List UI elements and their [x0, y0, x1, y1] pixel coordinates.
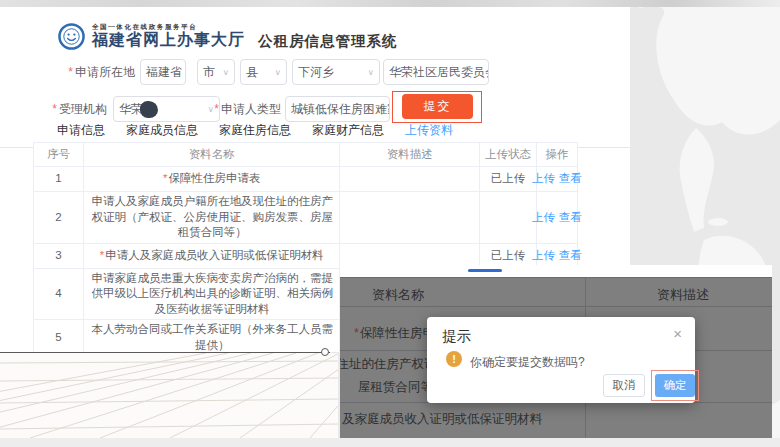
redaction-blob	[140, 101, 158, 118]
cell-actions: 上传查看	[537, 192, 578, 244]
cell-name: 本人劳动合同或工作关系证明（外来务工人员需提供）	[84, 320, 340, 352]
col-header-name: 资料名称	[84, 143, 341, 167]
required-asterisk: *	[52, 102, 57, 116]
location-select-2[interactable]: 市∨	[197, 59, 235, 85]
cell-desc	[340, 192, 480, 244]
chevron-down-icon: ∨	[364, 68, 374, 77]
chevron-down-icon: ∨	[219, 68, 229, 77]
app-header: 全国一体化在线政务服务平台 福建省网上办事大厅 公租房信息管理系统	[58, 15, 398, 57]
col-header-status: 上传状态	[480, 143, 537, 167]
system-title: 公租房信息管理系统	[258, 32, 398, 51]
cell-desc	[340, 167, 480, 192]
cell-no: 4	[34, 269, 84, 321]
required-asterisk: *	[100, 248, 104, 264]
cell-no: 1	[34, 167, 84, 192]
applicant-type-value: 城镇低保住房困难家庭	[291, 101, 390, 118]
browser-top-strip	[0, 0, 780, 7]
upload-table-header: 序号 资料名称 资料描述 上传状态 操作	[34, 143, 578, 167]
brand-block: 全国一体化在线政务服务平台 福建省网上办事大厅	[92, 24, 245, 49]
upload-link[interactable]: 上传	[532, 248, 555, 264]
table-row: 1 *保障性住房申请表 已上传 上传查看	[34, 167, 578, 192]
view-link[interactable]: 查看	[559, 210, 582, 226]
upload-link[interactable]: 上传	[532, 171, 555, 187]
cell-name: 申请家庭成员患重大疾病变卖房产治病的，需提供甲级以上医疗机构出具的诊断证明、相关…	[84, 269, 340, 321]
annotation-line	[0, 352, 330, 353]
location-select-4[interactable]: 下河乡∨	[292, 59, 380, 85]
cell-no: 5	[34, 320, 84, 352]
cell-no: 2	[34, 192, 84, 244]
cell-status: 已上传	[480, 167, 537, 192]
col-header-action: 操作	[537, 143, 578, 167]
cell-name: *保障性住房申请表	[84, 167, 340, 192]
cell-name: *申请人及家庭成员收入证明或低保证明材料	[84, 244, 340, 269]
confirm-dialog: 提示 × ! 你确定要提交数据吗? 取消 确定	[427, 317, 695, 403]
location-select-1[interactable]: 福建省∨	[140, 59, 186, 85]
view-link[interactable]: 查看	[559, 171, 582, 187]
magnified-inset-panel: 资料名称 资料描述 *保障性住房申请表 现住址的住房产权证明（ 屋租赁合同等） …	[340, 265, 772, 440]
submit-button[interactable]: 提交	[402, 94, 473, 119]
warning-icon: !	[446, 351, 462, 367]
bottom-strip	[0, 438, 780, 447]
grid-floor-background	[0, 353, 338, 438]
location-label: *申请所在地	[0, 59, 135, 85]
col-header-no: 序号	[34, 143, 84, 167]
table-row: 2 申请人及家庭成员户籍所在地及现住址的住房产权证明（产权证、公房使用证、购房发…	[34, 192, 578, 244]
required-asterisk: *	[214, 102, 219, 116]
dialog-message: 你确定要提交数据吗?	[470, 354, 585, 371]
cell-actions: 上传查看	[537, 167, 578, 192]
upload-link[interactable]: 上传	[532, 210, 555, 226]
confirm-button[interactable]: 确定	[655, 374, 695, 397]
location-select-3[interactable]: 县∨	[240, 59, 287, 85]
col-header-desc: 资料描述	[340, 143, 480, 167]
annotation-handle[interactable]	[321, 348, 329, 356]
cell-no: 3	[34, 244, 84, 269]
platform-logo-icon	[58, 23, 85, 50]
required-asterisk: *	[68, 65, 73, 79]
screenshot-stage: 全国一体化在线政务服务平台 福建省网上办事大厅 公租房信息管理系统 *申请所在地…	[0, 0, 780, 447]
view-link[interactable]: 查看	[559, 248, 582, 264]
location-select-5[interactable]: 华荣社区居民委员会∨	[383, 59, 489, 85]
cell-status	[480, 192, 537, 244]
active-tab-underline	[468, 269, 502, 272]
close-icon[interactable]: ×	[673, 326, 682, 341]
dialog-title: 提示	[442, 327, 471, 346]
chevron-down-icon: ∨	[182, 68, 186, 77]
platform-subtitle: 全国一体化在线政务服务平台	[92, 24, 245, 31]
required-asterisk: *	[163, 171, 167, 187]
cancel-button[interactable]: 取消	[603, 374, 645, 397]
cell-name: 申请人及家庭成员户籍所在地及现住址的住房产权证明（产权证、公房使用证、购房发票、…	[84, 192, 340, 244]
platform-title: 福建省网上办事大厅	[92, 32, 245, 48]
chevron-down-icon: ∨	[271, 68, 281, 77]
